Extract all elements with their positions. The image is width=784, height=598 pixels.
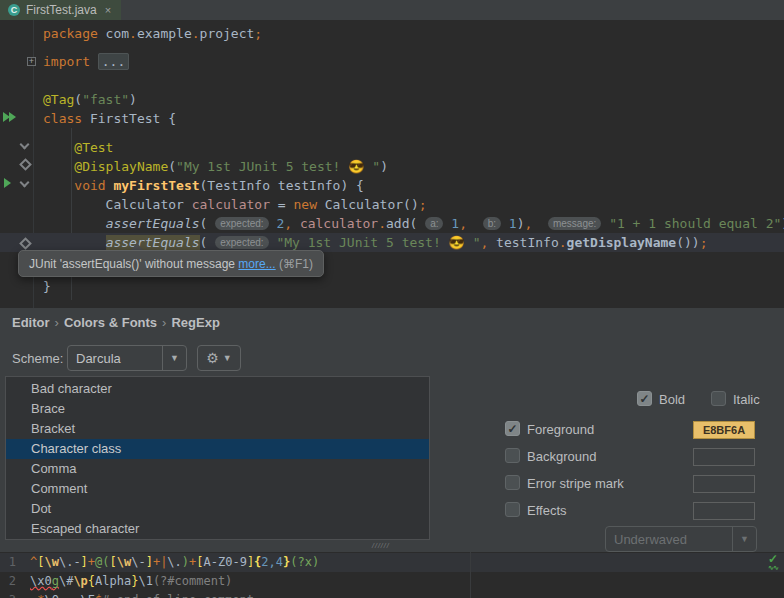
color-swatch[interactable]	[693, 475, 755, 493]
inspection-tooltip: JUnit 'assertEquals()' without message m…	[18, 250, 324, 277]
chevron-right-icon: ›	[157, 315, 171, 330]
tab-close-icon[interactable]: ×	[105, 4, 111, 16]
chevron-down-icon: ▼	[732, 527, 756, 551]
tooltip-shortcut: (⌘F1)	[276, 257, 313, 271]
regexp-preview-pane[interactable]: 1^[\w\.-]+@([\w\-]+|\.)+[A-Z0-9]{2,4}(?x…	[0, 552, 784, 598]
tooltip-more-link[interactable]: more...	[238, 257, 275, 271]
attribute-label[interactable]: Error stripe mark	[527, 476, 624, 491]
list-item[interactable]: Comma	[6, 459, 429, 479]
breadcrumb-editor[interactable]: Editor	[12, 315, 50, 330]
effect-style-value: Underwaved	[606, 532, 732, 547]
run-test-icon[interactable]	[4, 178, 12, 188]
fold-range-icon[interactable]	[21, 160, 28, 167]
scheme-dropdown[interactable]: Darcula ▼	[67, 345, 187, 371]
preview-line[interactable]: 3.*\Q...\E$# end-of-line comment	[0, 591, 784, 598]
breadcrumb-regexp: RegExp	[171, 315, 219, 330]
list-item[interactable]: Bad character	[6, 379, 429, 399]
fold-collapse-icon[interactable]	[21, 141, 28, 148]
scheme-label: Scheme:	[12, 351, 63, 366]
code-line[interactable]: }	[43, 277, 51, 296]
tooltip-text: JUnit 'assertEquals()' without message	[29, 257, 238, 271]
effect-style-dropdown[interactable]: Underwaved ▼	[605, 526, 757, 552]
color-swatch[interactable]	[693, 502, 755, 520]
code-line[interactable]: @DisplayName("My 1st JUnit 5 test! 😎 ")	[43, 157, 388, 176]
code-line[interactable]: @Test	[43, 138, 113, 157]
attribute-label[interactable]: Effects	[527, 503, 567, 518]
gear-icon: ⚙	[206, 350, 219, 366]
list-item[interactable]: Brace	[6, 399, 429, 419]
code-line[interactable]: import ...	[43, 52, 129, 71]
java-class-icon: C	[8, 4, 20, 16]
list-item[interactable]: Dot	[6, 499, 429, 519]
line-number: 2	[0, 572, 16, 591]
scheme-value: Darcula	[68, 351, 162, 366]
line-number: 3	[0, 591, 16, 598]
tab-title: FirstTest.java	[26, 3, 97, 17]
code-line[interactable]: assertEquals( expected: 2, calculator.ad…	[43, 214, 784, 233]
error-stripe-mark-checkbox[interactable]: ✓	[505, 475, 520, 490]
fold-collapse-icon[interactable]	[21, 179, 28, 186]
bold-checkbox[interactable]: ✓	[637, 391, 652, 406]
breadcrumb-colors-fonts[interactable]: Colors & Fonts	[64, 315, 157, 330]
breadcrumb: Editor›Colors & Fonts›RegExp	[12, 315, 220, 330]
code-line[interactable]: Calculator calculator = new Calculator()…	[43, 195, 427, 214]
list-item[interactable]: Escaped character	[6, 519, 429, 539]
attribute-label[interactable]: Background	[527, 449, 596, 464]
code-line[interactable]: class FirstTest {	[43, 109, 176, 128]
list-item[interactable]: Comment	[6, 479, 429, 499]
tab-firsttest-java[interactable]: C FirstTest.java ×	[0, 0, 121, 20]
list-item[interactable]: Character class	[6, 439, 429, 459]
preview-line[interactable]: 1^[\w\.-]+@([\w\-]+|\.)+[A-Z0-9]{2,4}(?x…	[0, 553, 784, 572]
scheme-actions-button[interactable]: ⚙ ▼	[197, 345, 241, 371]
editor-tab-bar: C FirstTest.java ×	[0, 0, 784, 20]
italic-checkbox[interactable]: ✓	[711, 391, 726, 406]
code-line[interactable]: package com.example.project;	[43, 24, 262, 43]
attribute-list: Bad characterBraceBracketCharacter class…	[5, 376, 430, 540]
fold-expand-icon[interactable]: +	[27, 57, 36, 66]
settings-panel: Editor›Colors & Fonts›RegExp Scheme: Dar…	[0, 308, 784, 552]
fold-range-icon[interactable]	[21, 239, 28, 246]
attribute-label[interactable]: Foreground	[527, 422, 594, 437]
line-number: 1	[0, 553, 16, 572]
run-class-icon[interactable]	[3, 112, 17, 122]
chevron-down-icon[interactable]: ▼	[162, 346, 186, 370]
splitter-handle[interactable]: //////	[372, 542, 390, 549]
preview-line[interactable]: 2\x0g\#\p{Alpha}\1(?#comment)	[0, 572, 784, 591]
inspections-ok-icon[interactable]: ✓ ∿∿	[768, 554, 778, 573]
bold-label[interactable]: Bold	[659, 392, 685, 407]
color-swatch[interactable]: E8BF6A	[693, 421, 755, 439]
list-item[interactable]: Bracket	[6, 419, 429, 439]
effects-checkbox[interactable]: ✓	[505, 502, 520, 517]
code-line[interactable]: void myFirstTest(TestInfo testInfo) {	[43, 176, 364, 195]
chevron-down-icon: ▼	[223, 353, 232, 363]
background-checkbox[interactable]: ✓	[505, 448, 520, 463]
color-swatch[interactable]	[693, 448, 755, 466]
foreground-checkbox[interactable]: ✓	[505, 421, 520, 436]
ide-window: C FirstTest.java × package com.example.p…	[0, 0, 784, 598]
code-line[interactable]: @Tag("fast")	[43, 90, 137, 109]
chevron-right-icon: ›	[50, 315, 64, 330]
italic-label[interactable]: Italic	[733, 392, 760, 407]
